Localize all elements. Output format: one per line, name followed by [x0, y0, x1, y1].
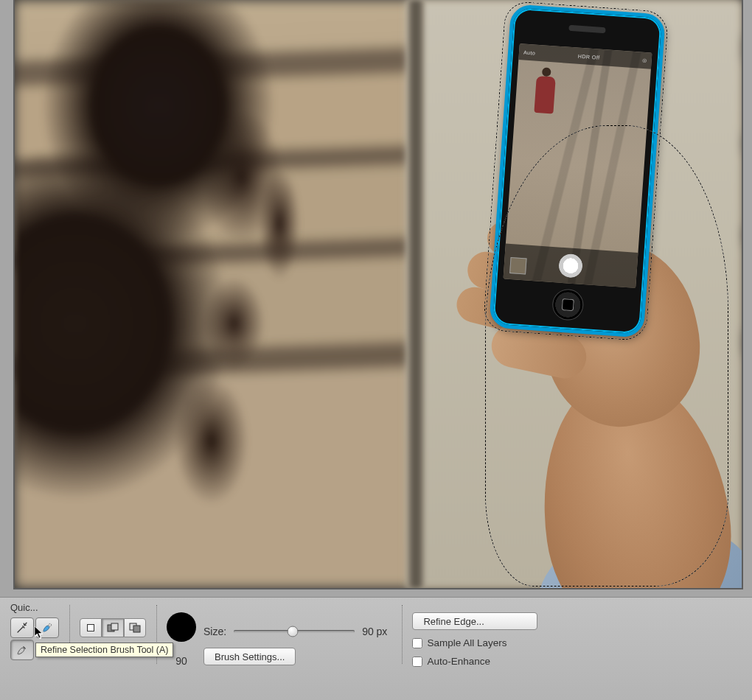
subtract-selection-icon [129, 623, 141, 633]
new-selection-icon [87, 624, 94, 631]
background-edge [407, 0, 425, 588]
panel-title: Quic... [10, 602, 38, 613]
subtract-from-selection-button[interactable] [124, 618, 146, 637]
add-selection-icon [107, 623, 119, 633]
svg-rect-5 [133, 626, 140, 632]
wand-icon [15, 621, 29, 634]
brush-size-readout: 90 px [362, 626, 387, 637]
refine-selection-brush-tool-button[interactable] [10, 640, 34, 660]
cursor-icon [34, 626, 44, 642]
refine-brush-icon [15, 643, 29, 657]
sample-all-layers-option[interactable]: Sample All Layers [412, 637, 506, 648]
quick-selection-tool-button[interactable] [10, 617, 34, 638]
auto-enhance-checkbox[interactable] [412, 657, 422, 667]
document-window[interactable]: Auto HDR Off ◎ [13, 0, 743, 589]
svg-point-1 [49, 623, 52, 626]
subject-hair [15, 0, 393, 588]
svg-rect-3 [111, 623, 118, 630]
auto-enhance-option[interactable]: Auto-Enhance [412, 656, 490, 667]
brush-size-slider[interactable] [234, 626, 355, 637]
svg-point-0 [24, 624, 26, 626]
selection-mode-group [80, 618, 146, 637]
add-to-selection-button[interactable] [102, 618, 124, 637]
refine-edge-button[interactable]: Refine Edge... [412, 612, 537, 630]
brush-preview-icon[interactable] [167, 612, 196, 642]
sample-all-layers-label: Sample All Layers [427, 637, 506, 648]
tooltip: Refine Selection Brush Tool (A) [35, 643, 173, 657]
auto-enhance-label: Auto-Enhance [427, 656, 490, 667]
brush-size-value: 90 [175, 655, 187, 667]
image-content: Auto HDR Off ◎ [15, 0, 742, 588]
new-selection-button[interactable] [80, 618, 102, 637]
brush-settings-button[interactable]: Brush Settings... [203, 648, 296, 665]
tool-options-bar: Quic... Refine Selection Brush Tool (A) [0, 597, 752, 700]
selection-marquee [485, 125, 728, 587]
sample-all-layers-checkbox[interactable] [412, 638, 422, 648]
canvas-area[interactable]: Auto HDR Off ◎ [0, 0, 752, 597]
size-label: Size: [203, 626, 226, 637]
